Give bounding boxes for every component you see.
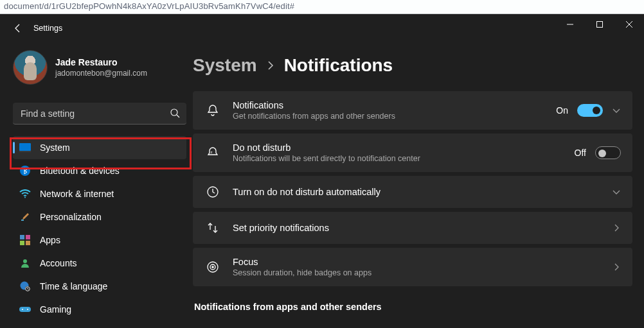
dnd-toggle[interactable] (595, 146, 621, 159)
sidebar-item-apps[interactable]: Apps (13, 229, 186, 252)
sidebar-item-system[interactable]: System (13, 136, 186, 159)
svg-point-1 (171, 109, 177, 116)
focus-icon (204, 260, 221, 274)
sidebar-item-label: Personalization (40, 212, 102, 222)
card-title: Turn on do not disturb automatically (233, 187, 600, 197)
sidebar-item-personalization[interactable]: Personalization (13, 205, 186, 229)
svg-point-11 (23, 259, 27, 263)
window-title: Settings (33, 24, 62, 33)
card-title: Focus (233, 257, 600, 267)
search-icon (170, 108, 180, 118)
sidebar-item-label: Bluetooth & devices (40, 166, 120, 176)
card-subtitle: Notifications will be sent directly to n… (233, 154, 563, 163)
sidebar-item-label: Apps (40, 235, 60, 245)
sidebar-item-label: Time & language (40, 281, 107, 291)
card-title: Do not disturb (233, 142, 563, 153)
svg-text:z: z (211, 150, 213, 154)
titlebar: Settings (0, 14, 644, 42)
apps-icon (19, 234, 31, 246)
profile-name: Jade Restauro (55, 57, 147, 69)
svg-rect-7 (20, 235, 24, 239)
svg-rect-6 (21, 220, 24, 221)
sidebar-item-accounts[interactable]: Accounts (13, 252, 186, 275)
brush-icon (19, 211, 31, 223)
svg-point-16 (22, 309, 23, 310)
close-button[interactable] (614, 14, 644, 35)
close-icon (626, 21, 632, 28)
toggle-state-label: Off (575, 148, 586, 158)
svg-rect-2 (19, 143, 31, 151)
svg-rect-10 (26, 241, 30, 245)
profile-block[interactable]: Jade Restauro jadomontebon@gmail.com (13, 42, 186, 98)
chevron-right-icon (266, 61, 275, 70)
svg-point-22 (212, 266, 213, 268)
svg-rect-9 (20, 241, 24, 245)
search-box (13, 103, 186, 125)
sidebar-item-label: Network & internet (40, 189, 114, 199)
back-arrow-icon (13, 23, 23, 33)
sidebar-item-bluetooth[interactable]: Bluetooth & devices (13, 159, 186, 182)
section-heading: Notifications from apps and other sender… (194, 302, 632, 312)
game-icon (19, 304, 31, 315)
svg-point-5 (24, 197, 26, 198)
minimize-icon (567, 21, 573, 28)
svg-rect-3 (19, 151, 31, 152)
svg-point-17 (27, 309, 28, 310)
maximize-icon (596, 21, 603, 28)
chevron-down-icon[interactable] (612, 187, 621, 196)
wifi-icon (19, 188, 31, 200)
sidebar-item-label: System (40, 142, 70, 153)
svg-rect-0 (597, 22, 603, 28)
card-subtitle: Get notifications from apps and other se… (233, 112, 544, 121)
breadcrumb-parent[interactable]: System (193, 55, 257, 76)
sidebar-nav: System Bluetooth & devices Network & int… (13, 136, 186, 321)
card-notifications[interactable]: Notifications Get notifications from app… (193, 91, 632, 130)
back-button[interactable] (6, 17, 30, 40)
card-subtitle: Session duration, hide badges on apps (233, 268, 600, 277)
system-icon (19, 142, 31, 153)
chevron-down-icon[interactable] (612, 106, 621, 115)
card-auto-dnd[interactable]: Turn on do not disturb automatically (193, 176, 632, 208)
profile-email: jadomontebon@gmail.com (55, 69, 147, 78)
sidebar: Jade Restauro jadomontebon@gmail.com Sys… (0, 42, 193, 328)
maximize-button[interactable] (585, 14, 614, 35)
card-priority-notifications[interactable]: Set priority notifications (193, 212, 632, 244)
chevron-right-icon[interactable] (612, 223, 621, 232)
page-title: Notifications (284, 55, 393, 76)
sidebar-item-time-language[interactable]: Time & language (13, 275, 186, 298)
avatar (13, 50, 48, 85)
sidebar-item-label: Gaming (40, 304, 71, 315)
minimize-button[interactable] (555, 14, 585, 35)
clock-icon (204, 185, 221, 199)
breadcrumb: System Notifications (193, 49, 632, 91)
sidebar-item-label: Accounts (40, 258, 77, 268)
card-title: Notifications (233, 100, 544, 110)
chevron-right-icon[interactable] (612, 263, 621, 272)
sidebar-item-gaming[interactable]: Gaming (13, 298, 186, 321)
dnd-icon: z (204, 146, 221, 160)
bluetooth-icon (19, 165, 31, 177)
search-input[interactable] (13, 103, 186, 125)
notifications-toggle[interactable] (577, 104, 603, 117)
sidebar-item-network[interactable]: Network & internet (13, 182, 186, 205)
browser-url-bar[interactable]: document/d/1rGU2bfepPOwhN4k8AxYA0zVrLpAI… (0, 0, 644, 14)
svg-rect-8 (26, 235, 30, 239)
svg-rect-15 (19, 307, 31, 312)
person-icon (19, 257, 31, 269)
toggle-state-label: On (556, 105, 568, 116)
card-focus[interactable]: Focus Session duration, hide badges on a… (193, 248, 632, 286)
window-controls (555, 14, 644, 35)
settings-window: Settings Jade Restauro jadomontebon@gmai… (0, 14, 644, 328)
card-do-not-disturb[interactable]: z Do not disturb Notifications will be s… (193, 134, 632, 172)
main-panel: System Notifications Notifications Get n… (193, 42, 644, 328)
card-title: Set priority notifications (233, 223, 600, 233)
globe-clock-icon (19, 281, 31, 292)
priority-icon (204, 221, 221, 235)
bell-icon (204, 103, 221, 117)
